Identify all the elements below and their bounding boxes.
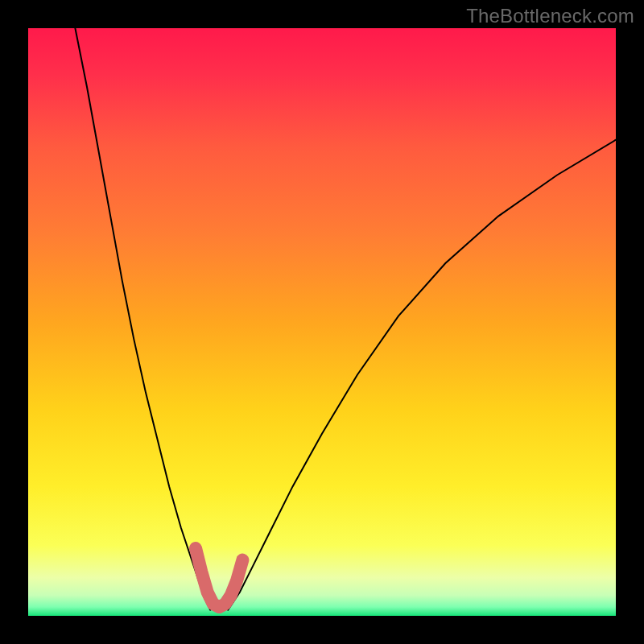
gradient-background bbox=[28, 28, 616, 616]
watermark-text: TheBottleneck.com bbox=[466, 5, 634, 27]
chart-frame: TheBottleneck.com bbox=[0, 0, 644, 644]
chart-plot-area bbox=[28, 28, 616, 616]
